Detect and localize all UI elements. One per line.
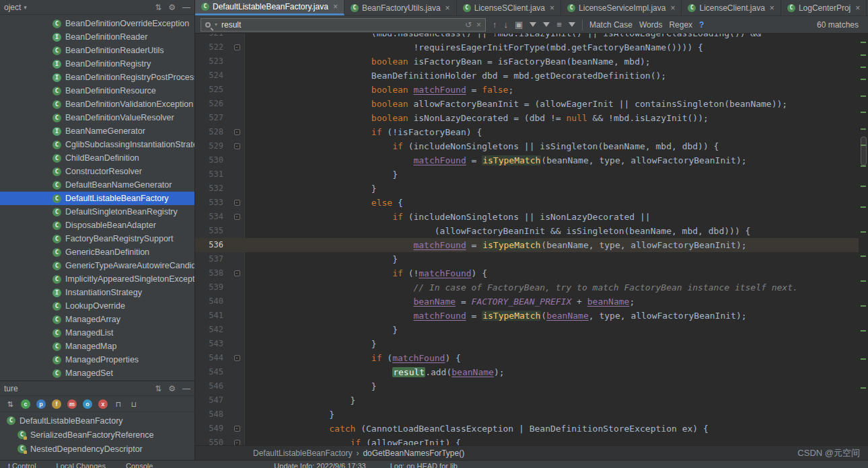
code-line[interactable]: 538- if (!matchFound) { [195,266,859,280]
line-number[interactable]: 528 [195,125,229,139]
line-number[interactable]: 523 [195,54,229,69]
line-number[interactable]: 525 [195,83,229,97]
code-line[interactable]: 546 } [195,379,859,393]
code-line[interactable]: 531 } [195,167,859,182]
line-number[interactable]: 537 [195,252,229,266]
line-number[interactable]: 544 [195,351,229,365]
code-line[interactable]: 526 boolean allowFactoryBeanInit = (allo… [195,97,859,111]
project-tree-item[interactable]: IInstantiationStrategy [0,286,194,299]
regex-toggle[interactable]: Regex [669,20,692,30]
fold-icon[interactable]: - [234,200,240,206]
project-tree-item[interactable]: CChildBeanDefinition [0,151,194,165]
editor-tab[interactable]: CDefaultListableBeanFactory.java× [195,0,345,15]
code-line[interactable]: 537 } [195,252,859,266]
code-line[interactable]: 544- if (matchFound) { [195,351,859,365]
close-tab-icon[interactable]: × [670,3,675,13]
code-line[interactable]: 535 (allowFactoryBeanInit && isSingleton… [195,224,859,238]
code-line[interactable]: 543 } [195,337,859,351]
field-filter-icon[interactable]: f [52,399,61,409]
line-number[interactable]: 542 [195,323,229,337]
line-number[interactable]: 547 [195,393,229,407]
fold-icon[interactable]: - [234,143,240,149]
project-tree-item[interactable]: CBeanDefinitionValueResolver [0,111,194,124]
project-tree-item[interactable]: CBeanDefinitionReaderUtils [0,44,194,57]
line-number[interactable]: 526 [195,97,229,111]
project-tree-item[interactable]: CManagedList [0,326,194,340]
code-line[interactable]: 527 boolean isNonLazyDecorated = (dbd !=… [195,111,859,125]
hide-panel-icon[interactable]: — [182,3,190,12]
tool-window-tab[interactable]: Local Changes [57,461,106,468]
close-tab-icon[interactable]: × [333,2,338,11]
code-line[interactable]: 521 (mbd.hasBeanClass() || !mbd.isLazyIn… [195,34,859,40]
close-tab-icon[interactable]: × [855,3,860,13]
project-panel-title[interactable]: oject [4,3,21,12]
line-number[interactable]: 532 [195,182,229,196]
fold-icon[interactable]: - [234,270,240,276]
gear-icon[interactable]: ⚙ [168,384,176,393]
class-filter-icon[interactable]: c [21,399,30,409]
find-in-selection-icon[interactable]: ▣ [515,20,523,30]
line-number[interactable]: 535 [195,224,229,238]
editor-tab[interactable]: CLicenseClient.java× [682,0,781,15]
editor-tab[interactable]: CLicenseSClient.java× [457,0,561,15]
sort-icon[interactable]: ⇅ [5,399,15,409]
line-number[interactable]: 521 [195,34,229,40]
match-case-toggle[interactable]: Match Case [589,20,632,30]
hide-panel-icon[interactable]: — [182,384,190,393]
project-tree-item[interactable]: IBeanDefinitionRegistry [0,57,194,71]
fold-icon[interactable]: - [234,44,240,50]
search-query[interactable]: result [221,20,461,30]
code-line[interactable]: 522- !requiresEagerInitForType(mbd.getFa… [195,40,859,54]
project-tree-item[interactable]: CDefaultBeanNameGenerator [0,178,194,192]
line-number[interactable]: 546 [195,379,229,393]
structure-panel-title[interactable]: ture [4,384,18,393]
code-editor[interactable]: 521 (mbd.hasBeanClass() || !mbd.isLazyIn… [195,34,868,445]
code-line[interactable]: 533- else { [195,196,859,210]
filter-exclude-icon[interactable] [543,22,550,27]
code-line[interactable]: 534- if (includeNonSingletons || isNonLa… [195,210,859,224]
history-icon[interactable]: ↺ [465,20,472,30]
code-line[interactable]: 548 } [195,407,859,422]
editor-tab[interactable]: CLicenseServiceImpl.java× [561,0,682,15]
project-tree-item[interactable]: CBeanDefinitionResource [0,84,194,98]
clear-search-icon[interactable]: × [476,20,481,30]
code-line[interactable]: 540 beanName = FACTORY_BEAN_PREFIX + bea… [195,295,859,309]
collapse-all-icon[interactable]: ⊔ [129,399,139,409]
breadcrumb-class[interactable]: DefaultListableBeanFactory [253,448,352,458]
property-filter-icon[interactable]: p [36,399,46,409]
help-icon[interactable]: ? [699,20,704,30]
project-tree-item[interactable]: CManagedProperties [0,353,194,366]
code-line[interactable]: 528- if (!isFactoryBean) { [195,125,859,139]
next-match-icon[interactable]: ↓ [504,20,509,30]
project-tree-item[interactable]: CCglibSubclassingInstantiationStrategy [0,138,194,151]
method-filter-icon[interactable]: m [67,399,77,409]
close-tab-icon[interactable]: × [445,3,450,13]
project-tree-item[interactable]: CGenericBeanDefinition [0,245,194,259]
project-tree-item[interactable]: IBeanDefinitionRegistryPostProcessor [0,71,194,84]
code-line[interactable]: 530 matchFound = isTypeMatch(beanName, t… [195,153,859,167]
close-tab-icon[interactable]: × [550,3,554,13]
project-tree-item[interactable]: IBeanDefinitionReader [0,30,194,44]
line-number[interactable]: 540 [195,295,229,309]
line-number[interactable]: 531 [195,167,229,182]
line-number[interactable]: 539 [195,280,229,295]
line-number[interactable]: 524 [195,69,229,83]
code-line[interactable]: 523 boolean isFactoryBean = isFactoryBea… [195,54,859,69]
code-line[interactable]: 539 // In case of FactoryBean, try to ma… [195,280,859,295]
fold-icon[interactable]: - [234,355,240,361]
code-line[interactable]: 542 } [195,323,859,337]
fold-icon[interactable]: - [234,129,240,135]
tool-window-tab[interactable]: t Control [8,461,36,468]
structure-item[interactable]: CDefaultListableBeanFactory [0,414,194,428]
expand-all-icon[interactable]: ⊓ [114,399,123,409]
breadcrumb-method[interactable]: doGetBeanNamesForType() [363,448,464,458]
close-tab-icon[interactable]: × [770,3,774,13]
fold-icon[interactable]: - [234,426,240,432]
structure-item[interactable]: CSerializedBeanFactoryReference [0,428,194,442]
line-number[interactable]: 543 [195,337,229,351]
line-number[interactable]: 522 [195,40,229,54]
line-number[interactable]: 533 [195,196,229,210]
line-number[interactable]: 529 [195,139,229,153]
project-tree-item[interactable]: CManagedArray [0,313,194,326]
project-tree-item[interactable]: CManagedSet [0,366,194,380]
